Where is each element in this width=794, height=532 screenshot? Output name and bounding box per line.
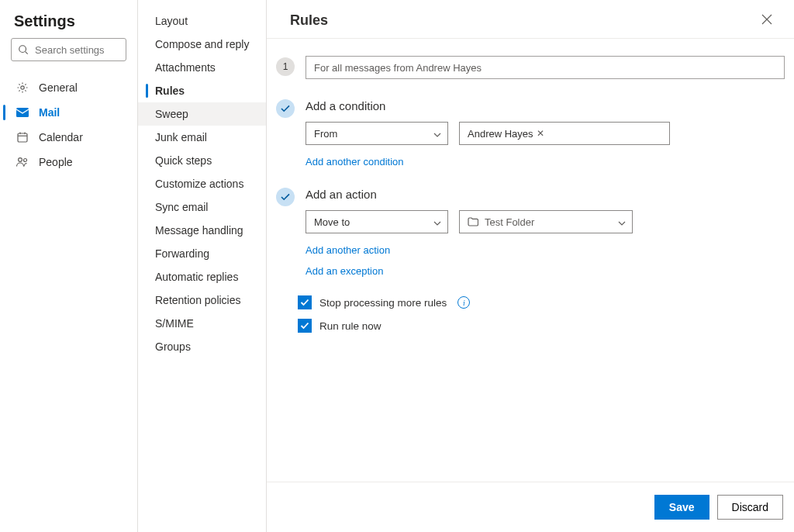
step-check-badge (276, 188, 295, 206)
chevron-down-icon (433, 216, 441, 228)
panel-title: Rules (290, 12, 328, 29)
checkmark-icon (281, 105, 290, 112)
nav-label: General (39, 81, 78, 94)
people-icon (16, 155, 29, 169)
checkmark-icon (300, 322, 309, 330)
secondary-nav-item[interactable]: Sync email (138, 195, 266, 219)
secondary-nav-label: Message handling (155, 224, 243, 237)
stop-processing-checkbox[interactable] (298, 295, 312, 309)
secondary-nav-label: Sync email (155, 201, 208, 213)
stop-processing-checkbox-row: Stop processing more rules i (298, 295, 785, 309)
person-chip: Andrew Hayes ✕ (468, 128, 544, 140)
folder-icon (468, 217, 478, 226)
secondary-nav-item[interactable]: Automatic replies (138, 265, 266, 288)
condition-field-dropdown[interactable]: From (306, 122, 448, 145)
secondary-nav-label: Quick steps (155, 154, 212, 167)
checkmark-icon (281, 193, 290, 201)
secondary-nav-label: Attachments (155, 61, 216, 74)
action-field-dropdown[interactable]: Move to (306, 210, 448, 233)
chip-remove-icon[interactable]: ✕ (537, 128, 544, 139)
secondary-nav-label: Forwarding (155, 247, 209, 260)
run-rule-now-checkbox-row: Run rule now (298, 319, 785, 333)
secondary-nav-item[interactable]: Rules (138, 79, 266, 102)
rule-step-action: Add an action Move to Test Folder (276, 186, 785, 277)
secondary-nav-label: Junk email (155, 131, 207, 143)
mail-icon (16, 105, 29, 119)
svg-point-8 (19, 158, 22, 162)
checkbox-label: Stop processing more rules (319, 297, 447, 309)
gear-icon (16, 81, 29, 95)
rules-editor-panel: Rules 1 Add a condition (267, 0, 794, 532)
close-button[interactable] (758, 11, 775, 30)
svg-rect-3 (16, 108, 29, 117)
close-icon (761, 14, 772, 25)
rule-step-condition: Add a condition From Andrew Hayes ✕ (276, 98, 785, 168)
add-action-link[interactable]: Add another action (306, 244, 390, 256)
secondary-nav-label: Rules (155, 85, 185, 97)
svg-rect-4 (18, 133, 27, 142)
folder-name: Test Folder (485, 216, 534, 228)
secondary-nav-label: Customize actions (155, 178, 243, 190)
action-folder-picker[interactable]: Test Folder (459, 210, 633, 233)
dropdown-value: Move to (314, 216, 350, 228)
info-icon[interactable]: i (457, 296, 470, 309)
secondary-nav-item[interactable]: Junk email (138, 126, 266, 149)
condition-title: Add a condition (306, 99, 785, 112)
svg-point-2 (21, 86, 24, 89)
settings-title: Settings (0, 8, 137, 38)
step-check-badge (276, 99, 295, 118)
nav-label: People (39, 156, 73, 168)
secondary-nav-item[interactable]: Message handling (138, 219, 266, 242)
dropdown-value: From (314, 128, 337, 140)
secondary-nav-item[interactable]: Groups (138, 335, 266, 358)
nav-label: Mail (39, 106, 60, 119)
add-condition-link[interactable]: Add another condition (306, 156, 403, 168)
chevron-down-icon (433, 128, 441, 140)
secondary-nav-item[interactable]: Forwarding (138, 242, 266, 265)
action-title: Add an action (306, 188, 785, 201)
secondary-nav-label: Sweep (155, 108, 188, 120)
save-button[interactable]: Save (654, 495, 709, 520)
search-settings-input[interactable] (33, 43, 119, 57)
settings-sidebar-primary: Settings General Mail (0, 0, 138, 532)
rule-name-input[interactable] (306, 56, 785, 79)
secondary-nav-label: Retention policies (155, 294, 241, 306)
search-settings[interactable] (11, 38, 126, 61)
secondary-nav-label: S/MIME (155, 317, 194, 330)
discard-button[interactable]: Discard (717, 495, 783, 520)
checkmark-icon (300, 299, 309, 306)
secondary-nav-label: Layout (155, 15, 188, 27)
rule-step-name: 1 (276, 56, 785, 79)
secondary-nav-item[interactable]: Layout (138, 9, 266, 33)
svg-point-0 (19, 46, 26, 53)
svg-line-1 (26, 52, 28, 54)
secondary-nav-label: Compose and reply (155, 38, 249, 50)
secondary-nav-item[interactable]: Attachments (138, 56, 266, 79)
nav-mail[interactable]: Mail (0, 100, 137, 125)
condition-value-field[interactable]: Andrew Hayes ✕ (459, 122, 670, 145)
secondary-nav-label: Groups (155, 340, 191, 353)
nav-label: Calendar (39, 131, 83, 143)
search-icon (18, 44, 29, 55)
secondary-nav-label: Automatic replies (155, 271, 238, 283)
secondary-nav-item[interactable]: Compose and reply (138, 33, 266, 56)
chevron-down-icon (618, 216, 626, 228)
nav-people[interactable]: People (0, 150, 137, 174)
settings-sidebar-secondary: LayoutCompose and replyAttachmentsRulesS… (138, 0, 267, 532)
secondary-nav-item[interactable]: Customize actions (138, 172, 266, 195)
secondary-nav-item[interactable]: Quick steps (138, 149, 266, 172)
secondary-nav-item[interactable]: Sweep (138, 102, 266, 126)
secondary-nav-item[interactable]: S/MIME (138, 312, 266, 335)
chip-label: Andrew Hayes (468, 128, 533, 140)
checkbox-label: Run rule now (319, 320, 381, 332)
calendar-icon (16, 130, 29, 144)
step-number-badge: 1 (276, 57, 295, 76)
nav-general[interactable]: General (0, 75, 137, 100)
run-rule-now-checkbox[interactable] (298, 319, 312, 333)
add-exception-link[interactable]: Add an exception (306, 265, 785, 277)
nav-calendar[interactable]: Calendar (0, 125, 137, 150)
secondary-nav-item[interactable]: Retention policies (138, 288, 266, 312)
svg-point-9 (24, 159, 27, 162)
